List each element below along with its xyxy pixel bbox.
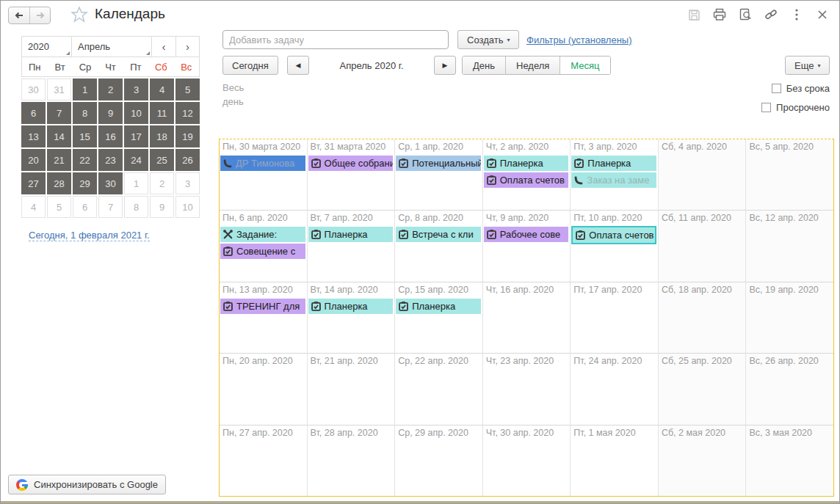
mini-day[interactable]: 16 [98,125,123,147]
event-item[interactable]: Планерка [571,156,656,171]
mini-day[interactable]: 23 [98,149,123,171]
day-cell[interactable]: Вт, 7 апр. 2020Планерка [307,211,395,281]
today-date-link[interactable]: Сегодня, 1 февраля 2021 г. [29,230,150,241]
event-item[interactable]: Совещение с [220,244,305,259]
day-cell[interactable]: Пн, 20 апр. 2020 [220,354,307,424]
month-select[interactable]: Апрель [72,37,152,56]
year-select[interactable]: 2020 [22,37,72,56]
mini-day[interactable]: 5 [175,78,200,101]
day-cell[interactable]: Вс, 26 апр. 2020 [745,354,833,424]
event-item[interactable]: Оплата счетов [484,172,569,188]
mini-next-month-button[interactable]: › [175,37,199,56]
mini-day[interactable]: 20 [21,149,46,171]
mini-day[interactable]: 2 [150,172,174,194]
checkbox-no-deadline[interactable]: Без срока [772,83,830,94]
mini-day[interactable]: 10 [175,196,200,218]
event-item[interactable]: Общее собрание [308,156,394,171]
mini-day[interactable]: 8 [73,102,97,124]
day-cell[interactable]: Вт, 14 апр. 2020Планерка [307,282,395,353]
day-cell[interactable]: Пт, 10 апр. 2020Оплата счетов [570,211,658,281]
mini-day[interactable]: 3 [175,172,200,194]
mini-day[interactable]: 29 [73,172,97,194]
mini-day[interactable]: 26 [175,149,200,171]
mini-day[interactable]: 13 [21,125,46,147]
event-item[interactable]: Планерка [308,227,394,242]
mini-day[interactable]: 4 [21,196,46,218]
mini-day[interactable]: 6 [21,102,46,124]
mini-day[interactable]: 22 [73,149,97,171]
mini-day[interactable]: 15 [73,125,97,147]
day-cell[interactable]: Пн, 30 марта 2020ДР Тимонова [220,139,307,210]
mini-day[interactable]: 7 [98,196,123,218]
event-item[interactable]: Заказ на заме [571,172,656,188]
mini-day[interactable]: 9 [150,196,174,218]
mini-day[interactable]: 25 [150,149,174,171]
day-cell[interactable]: Пн, 13 апр. 2020ТРЕНИНГ для [220,282,307,353]
event-item[interactable]: Потенциальный [396,156,481,171]
next-period-button[interactable]: ▶ [434,56,456,75]
event-item[interactable]: Рабочее сове [484,227,569,242]
day-cell[interactable]: Пт, 24 апр. 2020 [570,354,658,424]
forward-button[interactable] [29,7,50,23]
mini-day[interactable]: 8 [124,196,148,218]
day-cell[interactable]: Вс, 19 апр. 2020 [745,282,833,353]
mini-day[interactable]: 5 [47,196,71,218]
checkbox-icon[interactable] [772,84,781,93]
day-cell[interactable]: Вт, 28 апр. 2020 [307,426,395,496]
day-cell[interactable]: Пн, 6 апр. 2020Задание:Совещение с [220,211,307,281]
mini-day[interactable]: 30 [21,78,46,101]
tab-day[interactable]: День [463,56,505,74]
sync-google-button[interactable]: Синхронизировать с Google [8,475,166,494]
day-cell[interactable]: Вс, 12 апр. 2020 [745,211,833,281]
filters-link[interactable]: Фильтры (установлены) [526,34,632,45]
mini-day[interactable]: 6 [73,196,97,218]
checkbox-icon[interactable] [761,103,771,112]
mini-day[interactable]: 17 [124,125,148,147]
today-button[interactable]: Сегодня [222,56,278,75]
day-cell[interactable]: Пт, 3 апр. 2020ПланеркаЗаказ на заме [570,139,658,210]
print-icon[interactable] [712,7,728,23]
mini-day[interactable]: 31 [47,78,71,101]
event-item[interactable]: Задание: [220,227,305,242]
event-item[interactable]: Планерка [484,156,569,171]
mini-day[interactable]: 24 [124,149,148,171]
favorite-star-icon[interactable] [70,5,89,24]
day-cell[interactable]: Вс, 5 апр. 2020 [745,139,833,210]
event-item[interactable]: ТРЕНИНГ для [220,299,305,314]
mini-day[interactable]: 3 [124,78,148,101]
day-cell[interactable]: Чт, 16 апр. 2020 [482,282,571,353]
day-cell[interactable]: Вт, 21 апр. 2020 [307,354,395,424]
mini-prev-month-button[interactable]: ‹ [152,37,175,56]
event-item[interactable]: Оплата счетов [573,227,655,243]
day-cell[interactable]: Чт, 9 апр. 2020Рабочее сове [482,211,571,281]
mini-day[interactable]: 21 [47,149,71,171]
mini-day[interactable]: 19 [175,125,200,147]
day-cell[interactable]: Вс, 3 мая 2020 [745,426,833,496]
mini-day[interactable]: 27 [21,172,46,194]
link-icon[interactable] [763,7,779,23]
day-cell[interactable]: Пт, 17 апр. 2020 [570,282,658,353]
preview-icon[interactable] [737,7,753,23]
day-cell[interactable]: Ср, 22 апр. 2020 [394,354,482,424]
day-cell[interactable]: Сб, 25 апр. 2020 [658,354,746,424]
add-task-input[interactable] [222,30,449,49]
day-cell[interactable]: Чт, 23 апр. 2020 [482,354,571,424]
mini-day[interactable]: 11 [150,102,174,124]
day-cell[interactable]: Сб, 4 апр. 2020 [658,139,746,210]
prev-period-button[interactable]: ◀ [287,56,309,75]
tab-week[interactable]: Неделя [505,56,560,74]
day-cell[interactable]: Ср, 8 апр. 2020Встреча с кли [394,211,482,281]
mini-day[interactable]: 1 [124,172,148,194]
checkbox-overdue[interactable]: Просрочено [761,102,830,113]
mini-day[interactable]: 18 [150,125,174,147]
create-button[interactable]: Создать ▾ [457,30,519,49]
day-cell[interactable]: Пн, 27 апр. 2020 [220,426,307,496]
day-cell[interactable]: Пт, 1 мая 2020 [570,426,658,496]
mini-day[interactable]: 2 [98,78,123,101]
tab-month[interactable]: Месяц [560,56,609,74]
day-cell[interactable]: Ср, 15 апр. 2020Планерка [394,282,482,353]
event-item[interactable]: Встреча с кли [396,227,481,242]
close-icon[interactable] [814,7,830,23]
day-cell[interactable]: Чт, 30 апр. 2020 [482,426,571,496]
day-cell[interactable]: Чт, 2 апр. 2020ПланеркаОплата счетов [482,139,571,210]
